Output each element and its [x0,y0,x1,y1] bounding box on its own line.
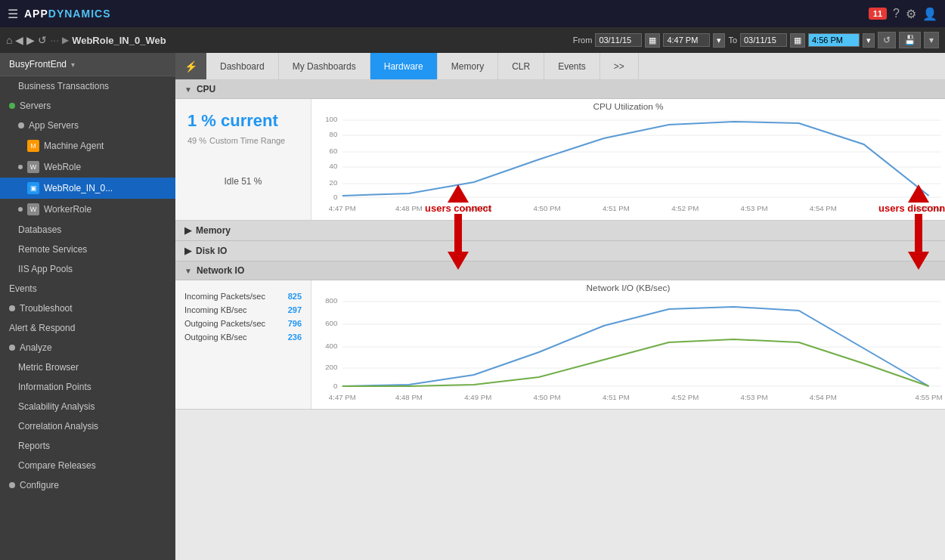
sidebar-label: Remote Services [18,244,87,255]
expand-btn[interactable]: ▾ [924,32,939,48]
sidebar-item-workerrole[interactable]: W WorkerRole [0,199,175,220]
sidebar-label: Configure [20,480,59,490]
svg-text:4:51 PM: 4:51 PM [603,394,630,401]
sidebar-label: Databases [18,224,61,235]
sidebar-item-configure[interactable]: Configure [0,475,175,495]
gear-icon[interactable]: ⚙ [906,7,916,21]
forward-icon[interactable]: ▶ [26,34,35,46]
to-time-input[interactable] [808,33,860,47]
workerrole-dot [18,207,23,212]
sidebar-item-reports[interactable]: Reports [0,436,175,456]
back-icon[interactable]: ◀ [15,34,23,46]
svg-text:20: 20 [330,179,338,187]
stat-label: Outgoing Packets/sec [184,319,265,328]
network-content: Incoming Packets/sec 825 Incoming KB/sec… [175,280,945,410]
svg-text:4:51 PM: 4:51 PM [603,205,630,212]
from-time-input[interactable] [663,33,710,47]
sidebar-item-analyze[interactable]: Analyze [0,338,175,357]
svg-text:60: 60 [330,147,338,155]
sidebar-label: Troubleshoot [20,303,73,314]
sidebar-item-remote-services[interactable]: Remote Services [0,240,175,259]
home-icon[interactable]: ⌂ [6,34,12,46]
to-date-picker[interactable]: ▦ [790,33,805,48]
sidebar-app-name: BusyFrontEnd [9,59,67,70]
sidebar-label: WebRole_IN_0... [44,183,113,193]
sidebar-item-databases[interactable]: Databases [0,220,175,240]
network-section: ▼ Network IO Incoming Packets/sec 825 In… [175,261,945,410]
disk-io-section[interactable]: ▶ Disk IO [175,241,945,261]
memory-section[interactable]: ▶ Memory [175,221,945,241]
sidebar-item-business-transactions[interactable]: Business Transactions [0,76,175,96]
configure-dot [9,482,15,488]
notification-badge[interactable]: 11 [869,8,887,20]
main-layout: BusyFrontEnd ▾ Business Transactions Ser… [0,53,945,560]
svg-text:4:48 PM: 4:48 PM [395,205,423,212]
tab-my-dashboards[interactable]: My Dashboards [279,53,370,79]
tab-clr[interactable]: CLR [498,53,544,79]
sidebar: BusyFrontEnd ▾ Business Transactions Ser… [0,53,175,560]
analyze-dot [9,345,15,351]
save-btn[interactable]: 💾 [899,32,921,48]
tab-events[interactable]: Events [544,53,600,79]
cpu-section-header[interactable]: ▼ CPU [175,80,945,99]
refresh-icon[interactable]: ↺ [38,34,47,46]
sidebar-item-alert-respond[interactable]: Alert & Respond [0,318,175,338]
sidebar-item-webrole-in0[interactable]: ▣ WebRole_IN_0... [0,178,175,199]
cpu-idle-label: Idle 51 % [187,176,299,187]
sidebar-item-events[interactable]: Events [0,279,175,299]
sidebar-label: Machine Agent [44,141,104,151]
cpu-title: CPU [197,84,215,94]
cpu-chart-title: CPU Utilization % [593,102,663,111]
cpu-chart: CPU Utilization % 100 80 60 40 20 0 [311,99,945,220]
network-chart-svg: Network I/O (KB/sec) 800 600 400 200 0 [311,280,945,409]
refresh-time-btn[interactable]: ↺ [878,32,896,48]
sidebar-label: Compare Releases [18,460,96,471]
svg-text:400: 400 [325,342,337,350]
sidebar-item-machine-agent[interactable]: M Machine Agent [0,135,175,156]
tab-hardware[interactable]: Hardware [370,53,438,79]
app-logo: APPDYNAMICS [24,8,110,20]
sidebar-item-webrole[interactable]: W WebRole [0,156,175,178]
sidebar-label: Events [9,283,37,294]
sidebar-label: WorkerRole [44,204,91,215]
topbar: ☰ APPDYNAMICS 11 ? ⚙ 👤 [0,0,945,27]
cpu-current-value: 1 % current [187,111,299,131]
sidebar-app-header[interactable]: BusyFrontEnd ▾ [0,53,175,76]
more-icon[interactable]: ··· [50,34,59,46]
sidebar-item-compare-releases[interactable]: Compare Releases [0,456,175,475]
sidebar-label: WebRole [44,162,81,172]
tab-lightning-icon[interactable]: ⚡ [175,53,206,79]
sidebar-item-iis-app-pools[interactable]: IIS App Pools [0,259,175,279]
from-time-picker[interactable]: ▾ [713,33,725,48]
content-wrapper: users connect users disconnect [175,80,945,410]
svg-text:0: 0 [333,193,337,201]
from-date-picker[interactable]: ▦ [645,33,660,48]
network-stat-row-2: Outgoing Packets/sec 796 [184,317,302,330]
sidebar-label: IIS App Pools [18,264,73,274]
sidebar-item-correlation-analysis[interactable]: Correlation Analysis [0,416,175,436]
svg-text:0: 0 [333,382,337,390]
sidebar-item-metric-browser[interactable]: Metric Browser [0,357,175,377]
to-date-input[interactable] [740,33,787,47]
sidebar-item-servers[interactable]: Servers [0,96,175,116]
tab-more[interactable]: >> [600,53,639,79]
sidebar-chevron-icon: ▾ [71,60,75,69]
machine-agent-icon: M [27,140,39,152]
to-time-picker[interactable]: ▾ [863,33,875,48]
svg-text:4:53 PM: 4:53 PM [741,394,768,401]
hamburger-icon[interactable]: ☰ [8,7,18,21]
sidebar-item-scalability-analysis[interactable]: Scalability Analysis [0,397,175,416]
tab-dashboard[interactable]: Dashboard [206,53,279,79]
tab-memory[interactable]: Memory [438,53,498,79]
network-section-header[interactable]: ▼ Network IO [175,261,945,280]
nav-chevron: ▶ [62,35,69,45]
sidebar-item-app-servers[interactable]: App Servers [0,116,175,135]
user-icon[interactable]: 👤 [922,7,937,21]
from-date-input[interactable] [595,33,642,47]
sidebar-label: Alert & Respond [9,323,75,333]
sidebar-label: Reports [18,441,50,451]
sidebar-item-information-points[interactable]: Information Points [0,377,175,397]
help-icon[interactable]: ? [893,7,900,20]
network-stats-panel: Incoming Packets/sec 825 Incoming KB/sec… [175,280,311,409]
sidebar-item-troubleshoot[interactable]: Troubleshoot [0,299,175,318]
